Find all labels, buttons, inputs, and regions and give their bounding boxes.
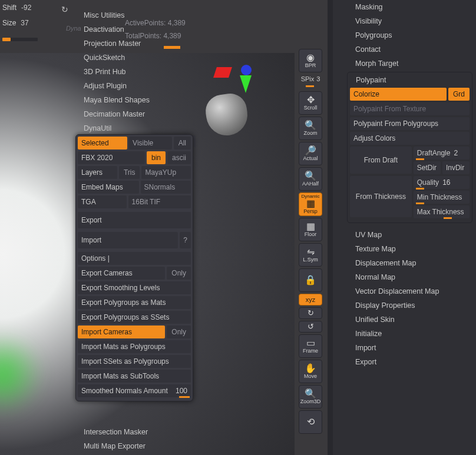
min-thickness[interactable]: Min Thickness <box>414 191 470 204</box>
fbx-exp-smooth[interactable]: Export Smoothing Levels <box>78 281 191 294</box>
rotate3d-button[interactable]: ⟲ <box>299 410 322 434</box>
rot-y-button[interactable]: ↻ <box>299 307 322 319</box>
bpr-button[interactable]: ◉BPR <box>299 49 322 72</box>
rot-z-button[interactable]: ↺ <box>299 321 322 333</box>
section-morph-target[interactable]: Morph Target <box>333 57 476 71</box>
plugin-item-5[interactable]: Adjust Plugin <box>84 79 196 93</box>
fbx-mayayup[interactable]: MayaYUp <box>141 166 191 179</box>
floor-button[interactable]: ▦Floor <box>299 218 322 241</box>
setdir-button[interactable]: SetDir <box>414 161 441 174</box>
fbx-smoothed-normals[interactable]: Smoothed Normals Amount 100 <box>78 384 191 397</box>
fbx-help[interactable]: ? <box>180 232 191 248</box>
mesh-preview[interactable] <box>203 91 250 138</box>
colorize-button[interactable]: Colorize <box>350 88 447 101</box>
scroll-gutter[interactable] <box>328 0 333 455</box>
section-masking[interactable]: Masking <box>333 0 476 14</box>
brush-falloff <box>0 324 47 424</box>
polypaint-header[interactable]: Polypaint <box>350 75 470 88</box>
fbx-imp-ssets-pg[interactable]: Import SSets as Polygroups <box>78 355 191 368</box>
fbx-snormals[interactable]: SNormals <box>141 181 191 194</box>
section-vector-displacement-map[interactable]: Vector Displacement Map <box>333 284 476 298</box>
aahalf-button[interactable]: 🔍AAHalf <box>299 167 322 191</box>
fbx-version[interactable]: FBX 2020 <box>78 151 145 164</box>
pp-adjust-colors[interactable]: Adjust Colors <box>350 132 470 145</box>
section-texture-map[interactable]: Texture Map <box>333 242 476 256</box>
grd-button[interactable]: Grd <box>448 88 470 101</box>
pp-from-texture[interactable]: Polypaint From Texture <box>350 102 470 115</box>
fbx-imp-cam-only[interactable]: Only <box>167 326 191 338</box>
shift-value: -92 <box>21 4 31 12</box>
size-value: 37 <box>21 19 28 27</box>
size-slider[interactable] <box>2 36 38 42</box>
plugin-item-2[interactable]: Projection Master <box>84 36 196 51</box>
plugin-item-8[interactable]: DynaUtil <box>84 121 196 135</box>
section-unified-skin[interactable]: Unified Skin <box>333 313 476 327</box>
fbx-exp-cam-only[interactable]: Only <box>167 267 191 280</box>
invdir-button[interactable]: InvDir <box>442 161 470 174</box>
max-thickness[interactable]: Max Thickness <box>414 205 470 218</box>
plugin-item-1[interactable]: Deactivation <box>84 22 196 36</box>
fbx-selected[interactable]: Selected <box>78 137 127 150</box>
section-displacement-map[interactable]: Displacement Map <box>333 256 476 270</box>
fbx-all[interactable]: All <box>174 137 191 150</box>
plugin-item-7[interactable]: Decimation Master <box>84 107 196 121</box>
from-draft-button[interactable]: From Draft <box>350 147 412 174</box>
plugin-intersection-masker[interactable]: Intersection Masker <box>84 425 148 439</box>
lock-button[interactable]: 🔒 <box>299 268 322 292</box>
section-polygroups[interactable]: Polygroups <box>333 28 476 42</box>
draft-angle[interactable]: DraftAngle2 <box>414 147 470 160</box>
frame-button[interactable]: ▭Frame <box>299 334 322 358</box>
section-visibility[interactable]: Visibility <box>333 14 476 28</box>
plugin-item-3[interactable]: QuickSketch <box>84 51 196 65</box>
size-label: Size <box>2 19 16 27</box>
lsym-button[interactable]: ⇋L.Sym <box>299 243 322 267</box>
xyz-button[interactable]: xyz <box>299 294 322 305</box>
fbx-exp-pg-ssets[interactable]: Export Polygroups as SSets <box>78 311 191 324</box>
scroll-button[interactable]: ✥Scroll <box>299 91 322 115</box>
section-initialize[interactable]: Initialize <box>333 327 476 341</box>
polypaint-panel: Polypaint Colorize Grd Polypaint From Te… <box>347 72 472 223</box>
fbx-bin[interactable]: bin <box>147 151 166 164</box>
pp-from-polygroups[interactable]: Polypaint From Polygroups <box>350 117 470 130</box>
section-export[interactable]: Export <box>333 355 476 369</box>
axis-gizmo[interactable] <box>215 65 262 94</box>
fbx-embed[interactable]: Embed Maps <box>78 181 139 194</box>
fbx-import[interactable]: Import <box>78 232 178 248</box>
fbx-imp-cam[interactable]: Import Cameras <box>78 326 165 338</box>
quality-slider[interactable]: Quality16 <box>414 176 470 189</box>
shift-label: Shift <box>2 4 16 12</box>
refresh-icon[interactable]: ↻ <box>61 5 68 14</box>
section-display-properties[interactable]: Display Properties <box>333 298 476 313</box>
persp-button[interactable]: Dynamic▦Persp <box>299 192 322 216</box>
from-thickness-button[interactable]: From Thickness <box>350 176 412 217</box>
plugin-item-4[interactable]: 3D Print Hub <box>84 65 196 79</box>
fbx-16tif[interactable]: 16Bit TIF <box>128 195 191 208</box>
fbx-imp-mats-sub[interactable]: Import Mats as SubTools <box>78 370 191 383</box>
spix-slider[interactable]: SPix3 <box>299 74 322 84</box>
fbx-export-panel: Selected Visible All FBX 2020 bin ascii … <box>75 134 193 401</box>
fbx-imp-mats-pg[interactable]: Import Mats as Polygroups <box>78 340 191 353</box>
dyna-label: Dyna <box>66 25 81 32</box>
plugin-item-6[interactable]: Maya Blend Shapes <box>84 93 196 107</box>
move-button[interactable]: ✋Move <box>299 360 322 383</box>
fbx-export[interactable]: Export <box>78 212 191 228</box>
fbx-layers[interactable]: Layers <box>78 166 117 179</box>
plugin-multimap-exporter[interactable]: Multi Map Exporter <box>84 439 148 453</box>
section-uv-map[interactable]: UV Map <box>333 228 476 242</box>
fbx-exp-cam[interactable]: Export Cameras <box>78 267 165 280</box>
zoom-button[interactable]: 🔍Zoom <box>299 117 322 140</box>
zoom3d-button[interactable]: 🔍Zoom3D <box>299 385 322 408</box>
actual-button[interactable]: 🔎Actual <box>299 142 322 165</box>
fbx-visible[interactable]: Visible <box>129 137 172 150</box>
fbx-ascii[interactable]: ascii <box>167 151 191 164</box>
fbx-options[interactable]: Options | <box>78 252 191 265</box>
section-normal-map[interactable]: Normal Map <box>333 270 476 284</box>
plugin-item-0[interactable]: Misc Utilities <box>84 8 196 22</box>
section-import[interactable]: Import <box>333 341 476 355</box>
fbx-tris[interactable]: Tris <box>119 166 140 179</box>
section-contact[interactable]: Contact <box>333 42 476 57</box>
fbx-tga[interactable]: TGA <box>78 195 127 208</box>
fbx-exp-pg-mats[interactable]: Export Polygroups as Mats <box>78 296 191 309</box>
